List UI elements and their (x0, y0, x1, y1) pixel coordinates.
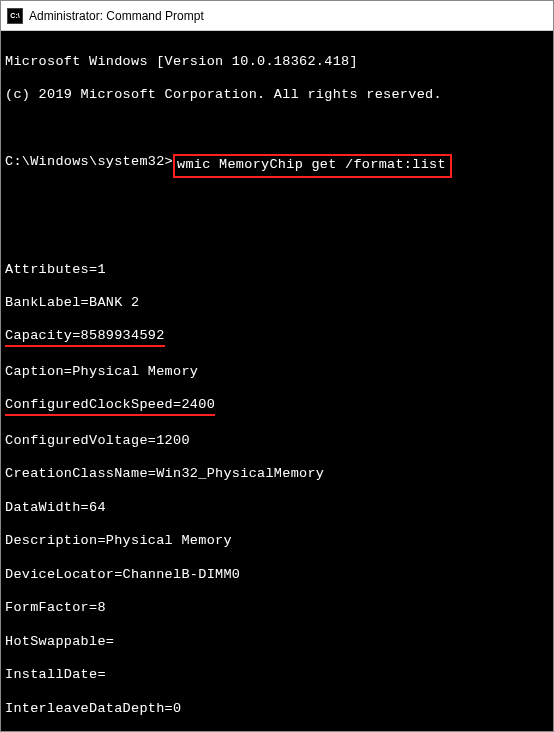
cmd-icon: C:\ (7, 8, 23, 24)
out-caption: Caption=Physical Memory (5, 364, 549, 381)
window-title: Administrator: Command Prompt (29, 9, 547, 23)
out-datawidth: DataWidth=64 (5, 500, 549, 517)
out-hotswap: HotSwappable= (5, 634, 549, 651)
out-clockspeed: ConfiguredClockSpeed=2400 (5, 397, 549, 416)
out-attributes: Attributes=1 (5, 262, 549, 279)
out-installdate: InstallDate= (5, 667, 549, 684)
out-banklabel: BankLabel=BANK 2 (5, 295, 549, 312)
out-formfactor: FormFactor=8 (5, 600, 549, 617)
clockspeed-highlight: ConfiguredClockSpeed=2400 (5, 397, 215, 416)
out-capacity: Capacity=8589934592 (5, 328, 549, 347)
prompt-line: C:\Windows\system32>wmic MemoryChip get … (5, 154, 549, 178)
capacity-highlight: Capacity=8589934592 (5, 328, 165, 347)
window-titlebar[interactable]: C:\ Administrator: Command Prompt (1, 1, 553, 31)
blank-line (5, 195, 549, 212)
blank-line (5, 121, 549, 138)
out-description: Description=Physical Memory (5, 533, 549, 550)
out-interleavedepth: InterleaveDataDepth=0 (5, 701, 549, 718)
header-line-1: Microsoft Windows [Version 10.0.18362.41… (5, 54, 549, 71)
command-text: wmic MemoryChip get /format:list (177, 157, 446, 172)
out-devicelocator: DeviceLocator=ChannelB-DIMM0 (5, 567, 549, 584)
terminal-body[interactable]: Microsoft Windows [Version 10.0.18362.41… (1, 31, 553, 731)
prompt-path: C:\Windows\system32> (5, 154, 173, 171)
out-voltage: ConfiguredVoltage=1200 (5, 433, 549, 450)
blank-line (5, 228, 549, 245)
out-creationclass: CreationClassName=Win32_PhysicalMemory (5, 466, 549, 483)
command-highlight: wmic MemoryChip get /format:list (173, 154, 452, 178)
header-line-2: (c) 2019 Microsoft Corporation. All righ… (5, 87, 549, 104)
